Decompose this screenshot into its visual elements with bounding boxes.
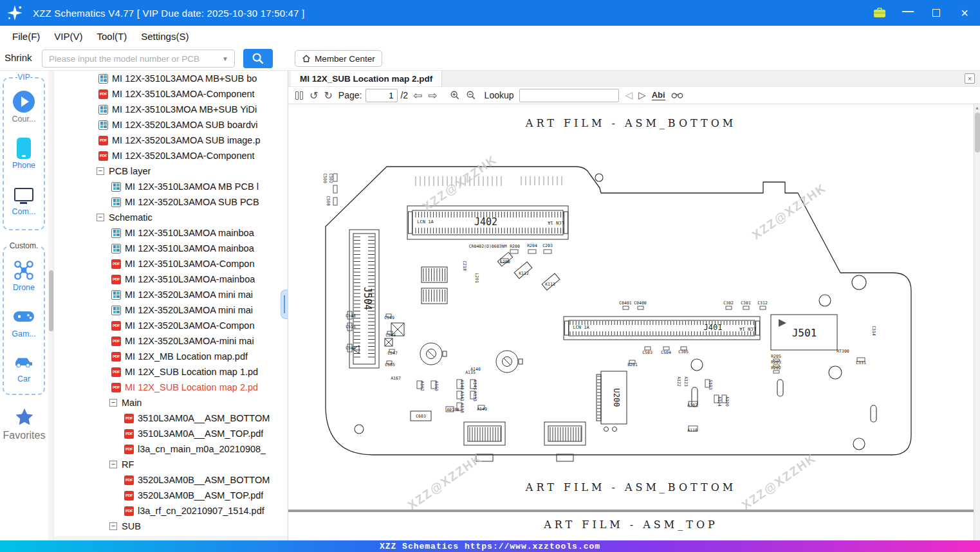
page-number-input[interactable] [365,89,398,102]
binoculars-icon[interactable] [671,91,683,98]
sidebar-item-car[interactable]: Car [4,350,44,383]
pdf-file-icon: PDF [111,321,121,331]
pdf-page-1: XZZ@XZZHKXZZ@XZZHKXZZ@XZZHKXZZ@XZZHK J40… [288,104,974,510]
pdf-viewport[interactable]: XZZ@XZZHKXZZ@XZZHKXZZ@XZZHKXZZ@XZZHK J40… [288,104,980,540]
chevron-down-icon[interactable]: ▼ [222,55,228,62]
tree-file-row[interactable]: MI 12X-3510L3AMOA mainboa [48,241,288,256]
page-forward-icon[interactable]: ⇨ [428,89,437,102]
tree-file-row[interactable]: PDFMI 12X-3520L3AMOA-mini mai [48,333,288,349]
vip-card-icon[interactable] [873,6,886,19]
tree-file-row[interactable]: PDFMI 12X-3520L3AMOA-Component [48,148,288,163]
close-document-icon[interactable]: × [965,73,975,84]
pdf-viewer: MI 12X_SUB Location map 2.pdf × ↺ ↻ Page… [288,71,980,540]
rotate-right-icon[interactable]: ↻ [324,89,332,102]
pcb-location-drawing: XZZ@XZZHKXZZ@XZZHKXZZ@XZZHKXZZ@XZZHK J40… [288,104,974,510]
menu-tool[interactable]: Tool(T) [95,30,130,43]
two-page-view-icon[interactable] [295,91,304,100]
tree-file-row[interactable]: PDFMI 12X-3510L3AMOA-Compon [48,256,288,271]
tree-file-row[interactable]: MI 12X-3520L3AMOA SUB boardvi [48,117,288,133]
pcb-ref-label: U200 [612,389,621,407]
viewer-scrollbar-thumb[interactable] [975,113,980,152]
model-search-input[interactable] [42,50,215,67]
rotate-left-icon[interactable]: ↺ [310,89,318,102]
tree-item-label: 3510L3AM0A__ASM_BOTTOM [138,413,270,423]
pcb-ref-label: C312 [757,300,768,306]
tree-group-row[interactable]: −RF [48,457,288,472]
tree-file-row[interactable]: MI 12X-3510L3AMOA MB PCB l [48,179,288,194]
drone-icon [14,260,34,281]
collapse-minus-icon[interactable]: − [97,214,104,221]
tree-file-row[interactable]: PDF3520L3AM0B__ASM_BOTTOM [48,472,288,488]
pcb-ref-label: C0401 [619,300,632,306]
pdf-file-icon: PDF [111,259,121,269]
collapse-minus-icon[interactable]: − [109,522,117,530]
tab-location-map[interactable]: MI 12X_SUB Location map 2.pdf [291,71,442,86]
viewer-scrollbar[interactable]: ▲ [974,104,980,540]
tree-file-row[interactable]: PDFl3a_cn_main_m0a_20210908_ [48,441,288,457]
page-label: Page: [338,90,362,100]
sidebar-item-courses[interactable]: Cour... [4,90,44,124]
tree-file-row[interactable]: MI 12X-3520L3AMOA mini mai [48,287,288,302]
board-view-icon [111,244,121,253]
search-button[interactable] [243,49,273,68]
tree-file-row[interactable]: PDFl3a_rf_cn_20210907_1514.pdf [48,503,288,519]
minimize-button[interactable]: — [901,6,914,19]
tree-file-row[interactable]: PDFMI 12X-3510L3AMOA-mainboa [48,271,288,287]
page1-title-top: ART FILM - ASM_BOTTOM [288,117,974,129]
page-back-icon[interactable]: ⇦ [413,89,422,102]
text-select-icon[interactable]: Abi [652,90,665,100]
tree-file-row[interactable]: MI 12X-3510L3AMOA MB+SUB bo [48,71,288,86]
menu-file[interactable]: File(F) [10,30,42,43]
zoom-in-icon[interactable] [450,90,460,100]
model-search-combo[interactable]: ▼ [42,50,235,68]
tree-file-row[interactable]: PDFMI 12X_SUB Location map 1.pd [48,364,288,380]
collapse-minus-icon[interactable]: − [109,461,117,468]
tree-file-row[interactable]: PDF3510L3AM0A__ASM_TOP.pdf [48,426,288,441]
board-view-icon [111,198,121,207]
tree-file-row[interactable]: MI 12X-3510L3AMOA mainboa [48,225,288,241]
member-center-button[interactable]: Member Center [295,50,382,67]
menu-settings[interactable]: Settings(S) [138,30,191,43]
tree-file-row[interactable]: PDF3520L3AM0B__ASM_TOP.pdf [48,488,288,503]
sidebar-item-phone[interactable]: Phone [4,136,44,170]
sidebar-item-favorites[interactable]: Favorites [0,407,48,441]
pcb-ref-label: S103 [708,380,713,390]
sidebar-item-drone[interactable]: Drone [4,259,44,292]
tree-hscrollbar[interactable] [54,536,288,540]
tree-group-row[interactable]: −PCB layer [48,163,288,179]
tree-file-row[interactable]: MI 12X-3510L3MOA MB+SUB YiDi [48,102,288,117]
pcb-ref-label: C203 [542,243,553,248]
maximize-button[interactable] [930,6,943,19]
collapse-minus-icon[interactable]: − [109,399,117,407]
tree-file-row[interactable]: PDFMI 12X_SUB Location map 2.pd [48,380,288,395]
tree-group-row[interactable]: −SUB [48,519,288,534]
close-button[interactable]: × [958,6,971,19]
tree-file-row[interactable]: PDF3510L3AM0A__ASM_BOTTOM [48,410,288,426]
tree-file-row[interactable]: PDFMI 12X-3520L3AMOA-Compon [48,318,288,333]
tree-file-row[interactable]: PDFMI 12X-3510L3AMOA-Component [48,86,288,102]
tree-group-row[interactable]: −Main [48,395,288,410]
tree-file-row[interactable]: PDFMI 12X_MB Location map.pdf [48,349,288,364]
zoom-out-icon[interactable] [466,90,476,100]
tree-file-row[interactable]: PDFMI 12X-3520L3AMOA SUB image.p [48,133,288,148]
sidebar-item-computer[interactable]: Com... [4,183,44,216]
panel-splitter-handle[interactable] [281,290,288,319]
find-next-icon[interactable]: ▷ [638,89,646,101]
scroll-up-icon[interactable]: ▲ [974,106,980,110]
tree-item-label: MI 12X-3520L3AMOA SUB boardvi [112,120,257,130]
home-icon [302,54,311,63]
shrink-button[interactable]: Shrink [5,52,32,63]
lookup-input[interactable] [519,89,619,102]
tree-file-row[interactable]: MI 12X-3520L3AMOA mini mai [48,302,288,318]
app-logo-icon [6,4,24,22]
pcb-ref-label: A160 [434,381,439,391]
tree-group-row[interactable]: −Schematic [48,210,288,225]
file-tree: MI 12X-3510L3AMOA MB+SUB boPDFMI 12X-351… [48,71,288,536]
tree-item-label: MI 12X-3520L3AMOA mini mai [125,290,253,300]
collapse-minus-icon[interactable]: − [97,167,104,175]
sidebar-item-game[interactable]: Gam... [4,305,44,338]
page1-title-bottom: ART FILM - ASM_BOTTOM [288,481,974,493]
tree-file-row[interactable]: MI 12X-3520L3AMOA SUB PCB [48,194,288,210]
find-previous-icon[interactable]: ◁ [625,89,633,101]
menu-vip[interactable]: VIP(V) [51,30,85,43]
